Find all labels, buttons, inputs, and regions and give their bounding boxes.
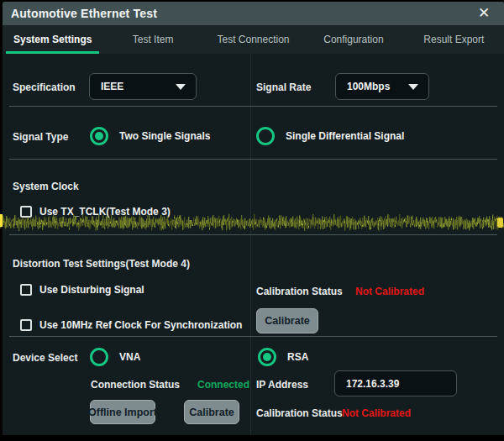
radio-two-single-signals[interactable]: Two Single Signals — [90, 127, 210, 145]
tab-system-settings[interactable]: System Settings — [3, 25, 102, 54]
calibration-status-label: Calibration Status — [256, 286, 343, 297]
signal-rate-dropdown[interactable]: 100Mbps — [335, 73, 429, 100]
radio-icon — [90, 127, 108, 145]
signal-rate-label: Signal Rate — [256, 81, 311, 93]
section-divider — [9, 336, 497, 337]
ip-address-input[interactable] — [334, 370, 457, 396]
radio-label: RSA — [287, 351, 308, 363]
background-waveform — [0, 213, 504, 232]
checkbox-icon — [20, 319, 32, 331]
frame-edge — [0, 435, 504, 441]
calibration-status-label: Calibration Status — [256, 407, 343, 419]
section-divider — [9, 106, 497, 107]
connection-status-value: Connected — [197, 379, 249, 391]
radio-label: Two Single Signals — [119, 130, 210, 142]
tab-test-item[interactable]: Test Item — [102, 25, 202, 54]
specification-dropdown[interactable]: IEEE — [89, 73, 197, 100]
tab-configuration[interactable]: Configuration — [303, 25, 403, 54]
signal-rate-value: 100Mbps — [336, 81, 408, 92]
frame-edge — [0, 0, 504, 2]
radio-single-differential-signal[interactable]: Single Differential Signal — [256, 127, 404, 145]
ip-address-label: IP Address — [256, 379, 308, 391]
checkbox-use-10mhz-ref-clock[interactable]: Use 10MHz Ref Clock For Synchronization — [20, 319, 242, 331]
calibrate-button[interactable]: Calibrate — [184, 400, 239, 424]
radio-vna[interactable]: VNA — [90, 348, 140, 366]
radio-rsa[interactable]: RSA — [258, 348, 308, 366]
radio-icon — [90, 348, 108, 366]
specification-label: Specification — [13, 81, 76, 93]
tab-test-connection[interactable]: Test Connection — [203, 25, 303, 54]
calibration-status-value: Not Calibrated — [355, 286, 424, 297]
connection-status-label: Connection Status — [91, 379, 180, 391]
offline-import-button[interactable]: Offline Import — [90, 400, 155, 424]
tab-result-export[interactable]: Result Export — [404, 25, 504, 54]
dialog-title: Automotive Ethernet Test — [3, 7, 157, 20]
system-clock-title: System Clock — [13, 181, 79, 192]
calibrate-button[interactable]: Calibrate — [256, 308, 318, 333]
device-select-label: Device Select — [13, 352, 77, 364]
calibration-status-value: Not Calibrated — [342, 407, 411, 419]
graticule-line — [250, 54, 251, 435]
close-icon[interactable]: ✕ — [472, 2, 496, 25]
distortion-settings-title: Distortion Test Settings(Test Mode 4) — [13, 258, 190, 270]
chevron-down-icon — [408, 84, 418, 90]
signal-type-label: Signal Type — [13, 131, 68, 143]
specification-value: IEEE — [90, 81, 176, 92]
checkbox-use-disturbing-signal[interactable]: Use Disturbing Signal — [20, 284, 144, 296]
section-divider — [9, 159, 497, 160]
radio-icon — [258, 348, 276, 366]
title-bar: Automotive Ethernet Test ✕ — [3, 2, 504, 25]
trigger-marker-left — [0, 214, 3, 227]
radio-icon — [256, 127, 275, 145]
dialog-body: Specification IEEE Signal Rate 100Mbps S… — [3, 54, 504, 435]
tab-bar: System Settings Test Item Test Connectio… — [3, 25, 504, 54]
section-divider — [9, 234, 497, 235]
trigger-marker-right — [497, 218, 503, 228]
checkbox-label: Use Disturbing Signal — [39, 284, 144, 296]
radio-label: VNA — [119, 351, 140, 363]
checkbox-label: Use 10MHz Ref Clock For Synchronization — [39, 319, 242, 331]
radio-label: Single Differential Signal — [286, 130, 404, 142]
checkbox-icon — [20, 284, 32, 296]
chevron-down-icon — [176, 84, 186, 90]
screen: Automotive Ethernet Test ✕ System Settin… — [0, 0, 504, 441]
